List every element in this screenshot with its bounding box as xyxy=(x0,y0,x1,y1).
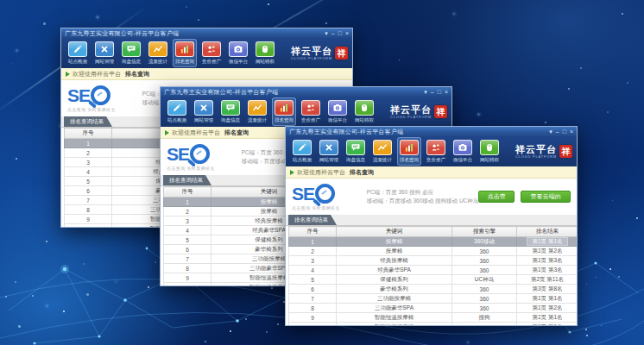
window-controls: ▾ – □ × xyxy=(420,88,448,97)
bar-chart-icon xyxy=(275,100,294,116)
cell-rank: 第1页 第2名 xyxy=(517,247,578,256)
chat-bubble-icon xyxy=(122,41,141,57)
tab-strip: 排名查询结果 xyxy=(286,215,577,226)
toolbar-item-2[interactable]: 询盘信息 xyxy=(344,137,368,166)
toolbar-item-4[interactable]: 排名查询 xyxy=(173,39,197,67)
minimize-button[interactable]: – xyxy=(331,29,335,38)
cell-rank: 第1页 第1名 xyxy=(517,313,578,323)
cell-no: 8 xyxy=(289,304,337,313)
column-header: 关键词 xyxy=(337,227,452,237)
window-title: 广东九尊王实业有限公司-祥云平台客户端 xyxy=(289,128,403,136)
toolbar: 站点检测网站管理询盘信息流量统计排名查询竞价推广微信平台网站特权 祥云平台 CL… xyxy=(161,97,451,127)
maximize-button[interactable]: □ xyxy=(563,128,566,136)
close-button[interactable]: × xyxy=(345,29,349,38)
query-button[interactable]: 点击查询 xyxy=(478,191,515,203)
table-row[interactable]: 5保健椅系列UC神马第2页 第11名 xyxy=(289,275,578,285)
tab-ranking-results[interactable]: 排名查询结果 xyxy=(163,175,212,185)
seo-tagline: 点击查询 实时掌握排名 xyxy=(167,166,238,171)
toolbar-item-5[interactable]: 竞价推广 xyxy=(299,97,323,126)
section-title: 排名查询 xyxy=(125,70,149,78)
brand-subtitle: CLOUD PLATFORM xyxy=(291,56,332,60)
close-button[interactable]: × xyxy=(445,88,448,97)
window-title: 广东九尊王实业有限公司-祥云平台客户端 xyxy=(65,29,179,38)
cell-no: 7 xyxy=(289,294,337,304)
toolbar-item-1[interactable]: 网站管理 xyxy=(317,137,341,166)
seo-logo-text: SE xyxy=(167,145,189,163)
table-row[interactable]: 1按摩椅360移动第1页 第1名 xyxy=(289,237,578,247)
toolbar-item-7[interactable]: 网站特权 xyxy=(253,39,277,67)
cell-engine: 360 xyxy=(452,266,517,275)
cell-no: 9 xyxy=(164,273,212,283)
cell-no: 3 xyxy=(65,158,112,167)
toolbar-item-0[interactable]: 站点检测 xyxy=(165,97,189,126)
toolbar-items: 站点检测网站管理询盘信息流量统计排名查询竞价推广微信平台网站特权 xyxy=(66,39,287,67)
table-row[interactable]: 7三功能按摩椅360第1页 第1名 xyxy=(289,294,578,304)
skin-button[interactable]: ▾ xyxy=(424,88,427,97)
toolbar-items: 站点检测网站管理询盘信息流量统计排名查询竞价推广微信平台网站特权 xyxy=(290,137,512,166)
toolbar-item-5[interactable]: 竞价推广 xyxy=(424,137,448,166)
brand-seal-icon: 祥 xyxy=(434,105,447,118)
titlebar: 广东九尊王实业有限公司-祥云平台客户端 ▾ – □ × xyxy=(161,87,451,97)
cell-engine: 360 xyxy=(452,285,517,294)
toolbar-item-3[interactable]: 流量统计 xyxy=(370,137,395,166)
tab-ranking-results[interactable]: 排名查询结果 xyxy=(64,116,112,127)
toolbar-item-1[interactable]: 网站管理 xyxy=(192,97,216,126)
table-row[interactable]: 10智能恒温按摩椅360第1页 第1名 xyxy=(289,323,578,327)
seo-logo-text: SE xyxy=(292,185,314,203)
welcome-text: 欢迎使用祥云平台 xyxy=(172,129,220,137)
cell-engine: 360 xyxy=(452,323,517,327)
toolbar-item-label: 网站管理 xyxy=(194,116,213,123)
skin-button[interactable]: ▾ xyxy=(325,29,328,38)
table-row[interactable]: 9智能恒温按摩椅搜狗第1页 第1名 xyxy=(289,313,578,323)
table-row[interactable]: 8三功能豪华SPA360第1页 第2名 xyxy=(289,304,578,313)
view-cloud-ranking-button[interactable]: 查看云端的排名 xyxy=(521,191,571,203)
chat-bubble-icon xyxy=(346,140,365,155)
maximize-button[interactable]: □ xyxy=(338,29,342,38)
bar-chart-icon xyxy=(400,140,419,155)
column-header: 序号 xyxy=(164,187,212,198)
cell-engine: 360 xyxy=(452,294,517,304)
skin-button[interactable]: ▾ xyxy=(549,128,552,136)
toolbar-item-5[interactable]: 竞价推广 xyxy=(199,39,224,67)
toolbar-item-2[interactable]: 询盘信息 xyxy=(218,97,243,126)
close-button[interactable]: × xyxy=(570,128,573,136)
toolbar-item-6[interactable]: 微信平台 xyxy=(325,97,350,126)
toolbar-item-6[interactable]: 微信平台 xyxy=(226,39,250,67)
mouse-icon xyxy=(480,140,499,155)
table-row[interactable]: 4经典豪华SPA360第1页 第3名 xyxy=(289,266,578,275)
cell-rank: 第1页 第3名 xyxy=(517,256,578,266)
cell-no: 7 xyxy=(164,254,212,264)
toolbar-item-4[interactable]: 排名查询 xyxy=(272,97,296,126)
table-row[interactable]: 6豪华椅系列360第3页 第8名 xyxy=(289,285,578,294)
table-row[interactable]: 2按摩椅360第1页 第2名 xyxy=(289,247,578,256)
toolbar-item-7[interactable]: 网站特权 xyxy=(477,137,502,166)
toolbar-item-label: 微信平台 xyxy=(229,58,248,65)
tab-ranking-results[interactable]: 排名查询结果 xyxy=(288,215,337,225)
cell-no: 9 xyxy=(65,215,112,224)
table-row[interactable]: 3经典按摩椅360第1页 第3名 xyxy=(289,256,578,266)
toolbar-item-label: 网站管理 xyxy=(319,156,338,163)
minimize-button[interactable]: – xyxy=(431,88,434,97)
brand-subtitle: CLOUD PLATFORM xyxy=(390,115,432,119)
toolbar-item-4[interactable]: 排名查询 xyxy=(397,137,421,166)
toolbar-item-2[interactable]: 询盘信息 xyxy=(119,39,143,67)
minimize-button[interactable]: – xyxy=(556,128,559,136)
toolbar-item-6[interactable]: 微信平台 xyxy=(451,137,475,166)
toolbar-item-label: 竞价推广 xyxy=(202,58,221,65)
engine-list: PC端：百度 360 搜狗 必应 移动端：百度移动 360移动 搜狗移动 UC神… xyxy=(363,188,479,205)
seo-magnifier-icon xyxy=(190,144,210,164)
mouse-icon xyxy=(256,41,275,57)
brand-subtitle: CLOUD PLATFORM xyxy=(515,154,557,159)
cell-no: 5 xyxy=(164,235,212,245)
toolbar-item-3[interactable]: 流量统计 xyxy=(245,97,269,126)
maximize-button[interactable]: □ xyxy=(438,88,441,97)
toolbar-item-1[interactable]: 网站管理 xyxy=(92,39,117,67)
toolbar-item-3[interactable]: 流量统计 xyxy=(146,39,170,67)
toolbar-item-7[interactable]: 网站特权 xyxy=(352,97,376,126)
toolbar-item-0[interactable]: 站点检测 xyxy=(66,39,90,67)
cell-no: 8 xyxy=(65,205,112,215)
column-header: 搜索引擎 xyxy=(452,227,517,237)
toolbar-item-0[interactable]: 站点检测 xyxy=(290,137,314,166)
toolbar-item-label: 排名查询 xyxy=(175,58,194,65)
table-header-row: 序号关键词搜索引擎排名结果 xyxy=(289,227,578,237)
